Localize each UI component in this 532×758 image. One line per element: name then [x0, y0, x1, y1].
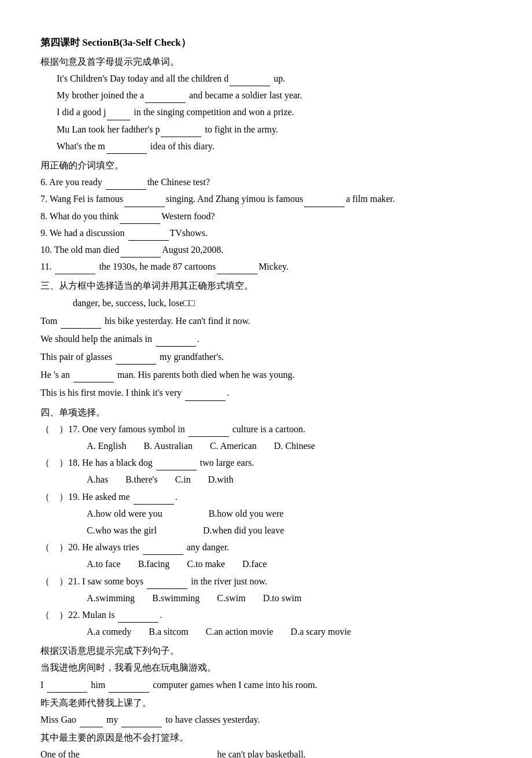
mc-20-options: A.to face B.facing C.to make D.face [40, 556, 492, 572]
blank-tom [61, 328, 101, 329]
mc-19-question: （ ）19. He asked me . [40, 489, 492, 505]
blank-cs1b [109, 692, 149, 693]
mc-21-b: B.swimming [152, 590, 200, 606]
mc-22-c: C.an action movie [206, 624, 274, 639]
mc-17-c: C. American [210, 438, 257, 454]
mc-20-a: A.to face [87, 556, 121, 572]
mc-17-question: （ ）17. One very famous symbol in culture… [40, 421, 492, 437]
mc-21-options: A.swimming B.swimming C.swim D.to swim [40, 590, 492, 606]
blank-11a [55, 274, 95, 274]
blank-2 [145, 102, 186, 103]
mc-19-d: D.when did you leave [203, 522, 284, 538]
mc-17-a: A. English [87, 438, 126, 454]
blank-9 [128, 240, 169, 241]
blank-3 [107, 120, 130, 120]
mc-20-b: B.facing [138, 556, 170, 572]
chinese-sentence-1-en: I him computer games when I came into hi… [40, 677, 492, 693]
blank-19 [134, 504, 174, 505]
prep-sentence-10: 10. The old man diedAugust 20,2008. [40, 242, 492, 257]
word-box: danger, be, success, luck, lose□□ [40, 295, 492, 311]
mc-19-options-row1: A.how old were you B.how old you were [40, 506, 492, 521]
mc-18-a: A.has [87, 472, 108, 487]
mc-22-options: A.a comedy B.a sitcom C.an action movie … [40, 624, 492, 639]
blank-11b [217, 274, 257, 274]
fill-sentence-glasses: This pair of glasses my grandfather's. [40, 349, 492, 365]
sentence-2: My brother joined the a and became a sol… [40, 87, 492, 103]
instruction2: 用正确的介词填空。 [40, 157, 492, 173]
fill-sentence-tom: Tom his bike yesterday. He can't find it… [40, 313, 492, 329]
blank-7a [124, 207, 165, 207]
blank-cs2a [80, 727, 103, 727]
chinese-sentence-1-zh: 当我进他房间时，我看见他在玩电脑游戏。 [40, 660, 492, 675]
blank-7b [304, 207, 345, 207]
blank-glasses [116, 364, 156, 365]
instruction5: 根据汉语意思提示完成下列句子。 [40, 643, 492, 658]
instruction4: 四、单项选择。 [40, 404, 492, 420]
chinese-sentence-3-en: One of the he can't play basketball. [40, 746, 492, 758]
blank-movie [185, 400, 226, 401]
blank-man [73, 382, 114, 382]
mc-17-d: D. Chinese [274, 438, 315, 454]
instruction1: 根据句意及首字母提示完成单词。 [40, 54, 492, 69]
instruction3: 三、从方框中选择适当的单词并用其正确形式填空。 [40, 278, 492, 293]
sentence-3: I did a good j in the singing competitio… [40, 104, 492, 120]
blank-5 [106, 153, 147, 154]
blank-animals [156, 346, 196, 347]
blank-1 [230, 86, 270, 86]
fill-sentence-movie: This is his first movie. I think it's ve… [40, 385, 492, 400]
mc-20-c: C.to make [187, 556, 225, 572]
mc-22-question: （ ）22. Mulan is . [40, 607, 492, 623]
mc-18-options: A.has B.there's C.in D.with [40, 472, 492, 487]
sentence-1: It's Children's Day today and all the ch… [40, 71, 492, 86]
fill-sentence-man: He 's an man. His parents both died when… [40, 367, 492, 382]
sentence-5: What's the m idea of this diary. [40, 138, 492, 154]
mc-20-d: D.face [242, 556, 267, 572]
blank-22 [118, 622, 158, 623]
mc-18-d: D.with [208, 472, 234, 487]
mc-22-b: B.a sitcom [149, 624, 188, 639]
sentence-4: Mu Lan took her fadther's p to fight in … [40, 122, 492, 137]
blank-cs1a [47, 692, 87, 693]
chinese-sentence-2-zh: 昨天高老师代替我上课了。 [40, 695, 492, 711]
mc-18-question: （ ）18. He has a black dog two large ears… [40, 455, 492, 470]
blank-18 [156, 470, 197, 470]
mc-21-a: A.swimming [87, 590, 135, 606]
prep-sentence-7: 7. Wang Fei is famoussinging. And Zhang … [40, 191, 492, 207]
page-title: 第四课时 SectionB(3a-Self Check） [40, 35, 492, 51]
mc-21-d: D.to swim [263, 590, 302, 606]
blank-8 [120, 223, 160, 224]
prep-sentence-11: 11. the 1930s, he made 87 cartoonsMickey… [40, 259, 492, 274]
chinese-sentence-3-zh: 其中最主要的原因是他不会打篮球。 [40, 730, 492, 745]
mc-21-c: C.swim [217, 590, 245, 606]
prep-sentence-8: 8. What do you thinkWestern food? [40, 208, 492, 224]
blank-17 [189, 436, 229, 437]
blank-20 [143, 554, 183, 555]
prep-sentence-9: 9. We had a discussion TVshows. [40, 225, 492, 241]
mc-17-b: B. Australian [143, 438, 192, 454]
blank-4 [161, 137, 201, 137]
mc-19-b: B.how old you were [209, 506, 284, 521]
mc-21-question: （ ）21. I saw some boys in the river just… [40, 573, 492, 589]
mc-18-b: B.there's [125, 472, 158, 487]
blank-6 [106, 189, 146, 190]
mc-22-a: A.a comedy [87, 624, 131, 639]
mc-20-question: （ ）20. He always tries any danger. [40, 539, 492, 555]
chinese-sentence-2-en: Miss Gao my to have classes yesterday. [40, 712, 492, 727]
blank-cs2b [121, 727, 162, 727]
mc-19-options-row2: C.who was the girl D.when did you leave [40, 522, 492, 538]
mc-19-c: C.who was the girl [87, 522, 157, 538]
prep-sentence-6: 6. Are you ready the Chinese test? [40, 174, 492, 190]
blank-10 [120, 257, 161, 257]
blank-21 [147, 588, 187, 589]
mc-22-d: D.a scary movie [291, 624, 351, 639]
fill-sentence-animals: We should help the animals in . [40, 331, 492, 347]
page-content: 第四课时 SectionB(3a-Self Check） 根据句意及首字母提示完… [40, 35, 492, 758]
mc-18-c: C.in [175, 472, 191, 487]
mc-19-a: A.how old were you [87, 506, 162, 521]
mc-17-options: A. English B. Australian C. American D. … [40, 438, 492, 454]
